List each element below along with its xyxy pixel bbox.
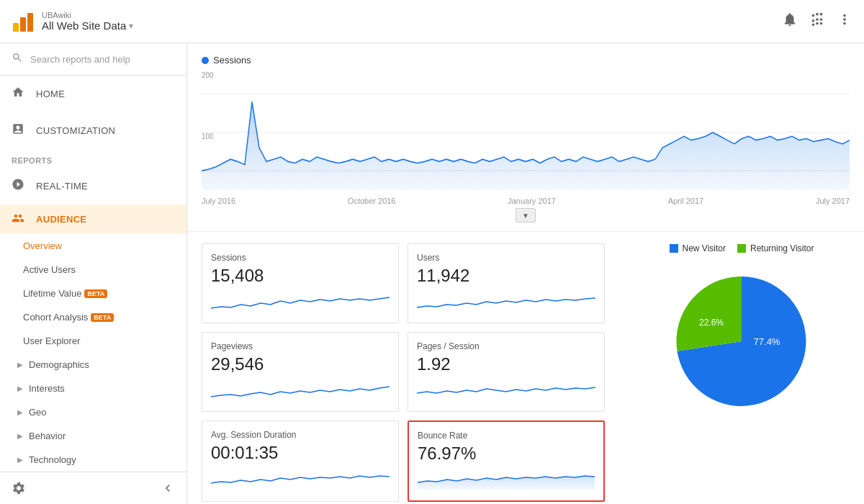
- sidebar-item-behavior[interactable]: ▶ Behavior: [0, 424, 186, 448]
- sidebar-item-active-users[interactable]: Active Users: [0, 258, 186, 282]
- sidebar-item-audience[interactable]: AUDIENCE: [0, 204, 186, 234]
- x-label-jul-2016: July 2016: [202, 197, 235, 205]
- header-title-group: UBAwiki All Web Site Data ▾: [42, 11, 133, 32]
- collapse-sidebar-icon[interactable]: [161, 481, 175, 499]
- x-label-jul-2017: July 2017: [816, 197, 850, 205]
- pie-chart-svg: 77.4% 22.6%: [662, 262, 821, 420]
- sidebar: Search reports and help HOME CUSTOMIZATI…: [0, 43, 187, 504]
- home-icon: [12, 86, 24, 102]
- pie-chart-panel: New Visitor Returning Visitor: [619, 232, 864, 504]
- sidebar-item-technology[interactable]: ▶ Technology: [0, 448, 186, 472]
- dropdown-arrow-icon: ▾: [129, 21, 133, 31]
- app-header: UBAwiki All Web Site Data ▾: [0, 0, 864, 43]
- pie-chart-container[interactable]: 77.4% 22.6%: [634, 262, 850, 420]
- svg-rect-0: [13, 23, 19, 32]
- returning-visitor-legend: Returning Visitor: [737, 243, 814, 253]
- geo-expand-icon: ▶: [17, 408, 23, 416]
- avg-session-value: 00:01:35: [211, 443, 390, 463]
- avg-session-mini-chart: [211, 467, 390, 489]
- sessions-mini-chart: [211, 290, 390, 312]
- sidebar-item-home[interactable]: HOME: [0, 76, 186, 112]
- chart-x-labels: July 2016 October 2016 January 2017 Apri…: [202, 194, 850, 205]
- chart-scroll-down-button[interactable]: ▼: [516, 208, 536, 222]
- app-layout: Search reports and help HOME CUSTOMIZATI…: [0, 43, 864, 504]
- cohort-badge: BETA: [91, 313, 114, 322]
- home-label: HOME: [36, 89, 65, 99]
- bounce-rate-value: 76.97%: [418, 444, 595, 464]
- returning-visitor-pct-label: 22.6%: [699, 318, 724, 328]
- more-icon[interactable]: [837, 12, 852, 31]
- sidebar-item-overview[interactable]: Overview: [0, 234, 186, 258]
- ga-logo-icon: [12, 10, 35, 33]
- svg-rect-7: [737, 244, 746, 253]
- x-label-apr-2017: April 2017: [668, 197, 704, 205]
- sidebar-item-demographics[interactable]: ▶ Demographics: [0, 353, 186, 377]
- new-visitor-legend: New Visitor: [670, 243, 726, 253]
- sessions-legend-label: Sessions: [213, 55, 251, 66]
- sessions-chart: 200 100: [202, 71, 850, 194]
- sessions-label: Sessions: [211, 253, 390, 263]
- sidebar-item-interests[interactable]: ▶ Interests: [0, 377, 186, 400]
- users-value: 11,942: [417, 266, 595, 286]
- svg-rect-2: [27, 13, 33, 32]
- demographics-expand-icon: ▶: [17, 361, 23, 369]
- search-bar[interactable]: Search reports and help: [0, 43, 186, 76]
- sessions-line-chart: [202, 71, 850, 194]
- metric-users[interactable]: Users 11,942: [408, 243, 605, 323]
- sidebar-item-user-explorer[interactable]: User Explorer: [0, 329, 186, 353]
- svg-rect-1: [20, 17, 26, 32]
- metrics-container: Sessions 15,408 Users 11,942: [187, 232, 864, 504]
- audience-label: AUDIENCE: [36, 214, 86, 225]
- search-placeholder: Search reports and help: [30, 54, 130, 65]
- sidebar-item-geo[interactable]: ▶ Geo: [0, 400, 186, 424]
- metrics-grid: Sessions 15,408 Users 11,942: [202, 243, 605, 502]
- metrics-left: Sessions 15,408 Users 11,942: [187, 232, 619, 504]
- metric-avg-session-duration[interactable]: Avg. Session Duration 00:01:35: [202, 420, 399, 502]
- pageviews-value: 29,546: [211, 354, 390, 374]
- audience-icon: [12, 212, 24, 227]
- bell-icon[interactable]: [782, 12, 798, 31]
- lifetime-value-badge: BETA: [84, 289, 107, 298]
- site-name-dropdown[interactable]: All Web Site Data ▾: [42, 19, 133, 32]
- technology-expand-icon: ▶: [17, 456, 23, 464]
- sidebar-item-customization[interactable]: CUSTOMIZATION: [0, 112, 186, 149]
- scroll-down-icon: ▼: [522, 212, 529, 220]
- behavior-expand-icon: ▶: [17, 432, 23, 440]
- sidebar-footer: [0, 472, 186, 504]
- header-actions: [782, 12, 852, 31]
- search-icon: [12, 52, 23, 66]
- users-mini-chart: [417, 290, 595, 312]
- metric-bounce-rate[interactable]: Bounce Rate 76.97%: [408, 420, 605, 502]
- pages-per-session-value: 1.92: [417, 354, 595, 374]
- pages-per-session-mini-chart: [417, 379, 595, 400]
- new-visitor-pct-label: 77.4%: [754, 336, 780, 347]
- new-visitor-legend-dot: [670, 244, 678, 253]
- sidebar-item-cohort-analysis[interactable]: Cohort Analysis BETA: [0, 305, 186, 329]
- sidebar-item-realtime[interactable]: REAL-TIME: [0, 168, 186, 204]
- sidebar-item-lifetime-value[interactable]: Lifetime Value BETA: [0, 282, 186, 305]
- metric-pages-per-session[interactable]: Pages / Session 1.92: [408, 332, 605, 412]
- sessions-legend-dot: [202, 57, 209, 64]
- y-axis-200: 200: [202, 71, 214, 79]
- realtime-label: REAL-TIME: [36, 181, 88, 192]
- chart-scroll-controls: ▼: [202, 205, 850, 225]
- bounce-rate-mini-chart: [418, 468, 595, 490]
- interests-expand-icon: ▶: [17, 384, 23, 392]
- users-label: Users: [417, 253, 595, 263]
- customization-icon: [12, 122, 24, 139]
- logo-group: UBAwiki All Web Site Data ▾: [12, 10, 133, 33]
- main-content: Sessions 200 100: [187, 43, 864, 504]
- metric-sessions[interactable]: Sessions 15,408: [202, 243, 399, 323]
- grid-icon[interactable]: [809, 12, 825, 31]
- pageviews-mini-chart: [211, 379, 390, 400]
- returning-visitor-legend-dot: [737, 244, 746, 253]
- new-visitor-legend-label: New Visitor: [683, 243, 726, 253]
- app-name: UBAwiki: [42, 11, 133, 19]
- x-label-jan-2017: January 2017: [508, 197, 556, 205]
- sessions-value: 15,408: [211, 266, 390, 286]
- reports-section-label: Reports: [0, 149, 186, 168]
- customization-label: CUSTOMIZATION: [36, 125, 115, 136]
- settings-icon[interactable]: [12, 481, 26, 499]
- realtime-icon: [12, 178, 24, 194]
- metric-pageviews[interactable]: Pageviews 29,546: [202, 332, 399, 412]
